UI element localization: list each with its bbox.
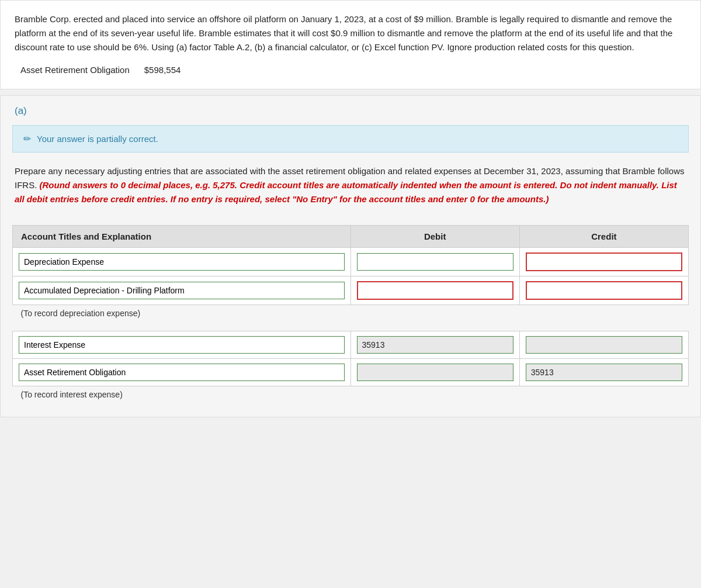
credit-input-2[interactable] <box>526 281 682 300</box>
debit-cell-2 <box>350 276 519 305</box>
memo-row-2: (To record interest expense) <box>13 386 689 403</box>
debit-cell-4 <box>350 359 519 386</box>
header-debit: Debit <box>350 226 519 248</box>
credit-input-4[interactable] <box>526 364 682 381</box>
credit-input-1[interactable] <box>526 253 682 271</box>
account-input-3[interactable] <box>19 336 345 354</box>
aro-line: Asset Retirement Obligation $598,554 <box>20 65 686 75</box>
debit-input-2[interactable] <box>357 281 513 300</box>
description-text: Bramble Corp. erected and placed into se… <box>15 12 686 54</box>
header-credit: Credit <box>519 226 688 248</box>
account-input-2[interactable] <box>19 282 345 299</box>
section-a-label: (a) <box>15 105 27 116</box>
account-cell-4 <box>13 359 351 386</box>
account-input-1[interactable] <box>19 253 345 271</box>
debit-cell-3 <box>350 331 519 359</box>
instructions: Prepare any necessary adjusting entries … <box>1 164 700 216</box>
debit-input-4[interactable] <box>357 364 513 381</box>
table-row <box>13 331 689 359</box>
memo-text-1: (To record depreciation expense) <box>13 305 689 322</box>
debit-input-1[interactable] <box>357 253 513 271</box>
top-section: Bramble Corp. erected and placed into se… <box>0 0 701 89</box>
table-row <box>13 276 689 305</box>
account-cell-3 <box>13 331 351 359</box>
section-a: (a) ✏ Your answer is partially correct. … <box>0 95 701 417</box>
debit-input-3[interactable] <box>357 336 513 354</box>
aro-label: Asset Retirement Obligation <box>20 65 130 75</box>
section-a-header: (a) <box>1 96 700 125</box>
answer-banner: ✏ Your answer is partially correct. <box>12 125 689 153</box>
header-account: Account Titles and Explanation <box>13 226 351 248</box>
aro-value: $598,554 <box>144 65 181 75</box>
pencil-icon: ✏ <box>23 133 31 144</box>
memo-text-2: (To record interest expense) <box>13 386 689 403</box>
journal-table: Account Titles and Explanation Debit Cre… <box>12 225 689 403</box>
credit-cell-2 <box>519 276 688 305</box>
account-cell-1 <box>13 248 351 276</box>
credit-cell-4 <box>519 359 688 386</box>
spacer-row <box>13 321 689 331</box>
account-input-4[interactable] <box>19 364 345 381</box>
debit-cell-1 <box>350 248 519 276</box>
banner-text: Your answer is partially correct. <box>37 134 158 144</box>
credit-cell-1 <box>519 248 688 276</box>
table-row <box>13 359 689 386</box>
credit-cell-3 <box>519 331 688 359</box>
account-cell-2 <box>13 276 351 305</box>
table-row <box>13 248 689 276</box>
credit-input-3[interactable] <box>526 336 682 354</box>
instruction-red: (Round answers to 0 decimal places, e.g.… <box>15 180 677 204</box>
memo-row-1: (To record depreciation expense) <box>13 305 689 322</box>
